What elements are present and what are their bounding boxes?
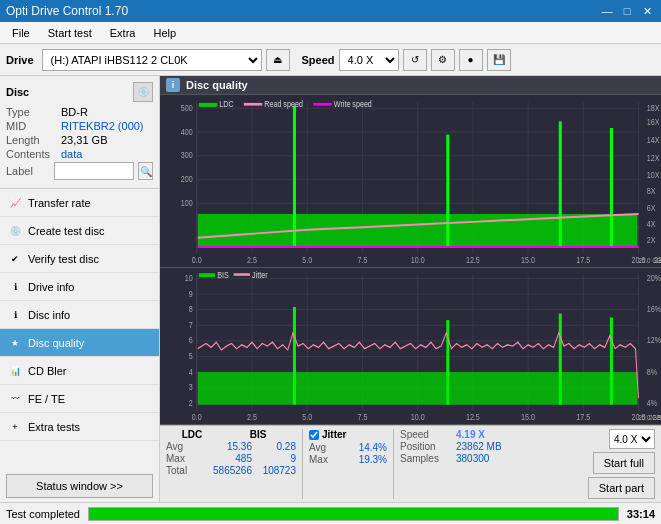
ldc-col-header: LDC (166, 429, 218, 440)
speed-select[interactable]: 4.0 X 2.0 X 8.0 X (339, 49, 399, 71)
samples-row: Samples 380300 (400, 453, 502, 464)
fe-te-label: FE / TE (28, 393, 65, 405)
svg-text:9: 9 (189, 289, 193, 299)
svg-text:10.0: 10.0 (411, 412, 425, 422)
extra-tests-icon: + (8, 420, 22, 434)
svg-rect-86 (198, 372, 638, 405)
sidebar-item-extra-tests[interactable]: + Extra tests (0, 413, 159, 441)
jitter-max-row: Max 19.3% (309, 454, 387, 465)
menu-help[interactable]: Help (145, 25, 184, 41)
svg-text:4: 4 (189, 367, 193, 377)
svg-text:3: 3 (189, 382, 193, 392)
sidebar-item-disc-info[interactable]: ℹ Disc info (0, 301, 159, 329)
sidebar-item-drive-info[interactable]: ℹ Drive info (0, 273, 159, 301)
disc-panel-title: Disc (6, 86, 29, 98)
label-search-button[interactable]: 🔍 (138, 162, 153, 180)
svg-text:2: 2 (189, 398, 193, 408)
refresh-button[interactable]: ↺ (403, 49, 427, 71)
status-window-container: Status window >> (6, 474, 153, 498)
verify-test-icon: ✔ (8, 252, 22, 266)
start-speed-select[interactable]: 4.0 X 2.0 X 8.0 X (609, 429, 655, 449)
contents-value: data (61, 148, 82, 160)
record-button[interactable]: ● (459, 49, 483, 71)
contents-label: Contents (6, 148, 61, 160)
svg-text:6: 6 (189, 336, 193, 346)
minimize-button[interactable]: — (599, 3, 615, 19)
svg-text:17.5: 17.5 (576, 412, 590, 422)
svg-text:7.5: 7.5 (357, 412, 367, 422)
svg-text:8: 8 (189, 304, 193, 314)
max-label: Max (166, 453, 196, 464)
sidebar-item-verify-test-disc[interactable]: ✔ Verify test disc (0, 245, 159, 273)
svg-text:7.5: 7.5 (357, 255, 367, 265)
svg-text:LDC: LDC (219, 99, 233, 109)
disc-label-input[interactable] (54, 162, 134, 180)
avg-row: Avg 15.36 0.28 (166, 441, 296, 452)
close-button[interactable]: ✕ (639, 3, 655, 19)
sidebar-item-fe-te[interactable]: 〰 FE / TE (0, 385, 159, 413)
total-ldc: 5865266 (200, 465, 252, 476)
eject-button[interactable]: ⏏ (266, 49, 290, 71)
chart-header: i Disc quality (160, 76, 661, 95)
svg-text:4X: 4X (647, 219, 656, 229)
svg-rect-101 (199, 273, 215, 277)
settings-button[interactable]: ⚙ (431, 49, 455, 71)
jitter-checkbox[interactable] (309, 430, 319, 440)
disc-info-icon: ℹ (8, 308, 22, 322)
svg-rect-43 (293, 106, 296, 247)
maximize-button[interactable]: □ (619, 3, 635, 19)
svg-text:10: 10 (185, 273, 193, 283)
svg-rect-45 (559, 121, 562, 247)
ldc-bis-stats: LDC BIS Avg 15.36 0.28 Max 485 9 Total 5… (166, 429, 296, 476)
svg-text:18X: 18X (647, 103, 660, 113)
time-display: 33:14 (627, 508, 655, 520)
svg-rect-89 (559, 313, 562, 404)
svg-text:5.0: 5.0 (302, 255, 312, 265)
sidebar-item-transfer-rate[interactable]: 📈 Transfer rate (0, 189, 159, 217)
position-stats: Speed 4.19 X Position 23862 MB Samples 3… (400, 429, 502, 464)
svg-text:100: 100 (181, 198, 193, 208)
sidebar-item-create-test-disc[interactable]: 💿 Create test disc (0, 217, 159, 245)
start-full-button[interactable]: Start full (593, 452, 655, 474)
svg-text:400: 400 (181, 127, 193, 137)
status-window-button[interactable]: Status window >> (6, 474, 153, 498)
create-test-icon: 💿 (8, 224, 22, 238)
menu-extra[interactable]: Extra (102, 25, 144, 41)
stats-bar: LDC BIS Avg 15.36 0.28 Max 485 9 Total 5… (160, 425, 661, 502)
type-value: BD-R (61, 106, 88, 118)
svg-text:14X: 14X (647, 135, 660, 145)
drive-select[interactable]: (H:) ATAPI iHBS112 2 CL0K (42, 49, 262, 71)
action-area: 4.0 X 2.0 X 8.0 X Start full Start part (588, 429, 655, 499)
drive-toolbar: Drive (H:) ATAPI iHBS112 2 CL0K ⏏ Speed … (0, 44, 661, 76)
mid-label: MID (6, 120, 61, 132)
disc-quality-icon: ★ (8, 336, 22, 350)
drive-info-label: Drive info (28, 281, 74, 293)
start-part-button[interactable]: Start part (588, 477, 655, 499)
sidebar-item-cd-bler[interactable]: 📊 CD Bler (0, 357, 159, 385)
speed-label: Speed (400, 429, 452, 440)
total-bis: 108723 (256, 465, 296, 476)
type-label: Type (6, 106, 61, 118)
menu-file[interactable]: File (4, 25, 38, 41)
svg-rect-51 (313, 103, 331, 106)
svg-text:5.0: 5.0 (302, 412, 312, 422)
jitter-avg-row: Avg 14.4% (309, 442, 387, 453)
total-row: Total 5865266 108723 (166, 465, 296, 476)
svg-text:2X: 2X (647, 235, 656, 245)
menu-start-test[interactable]: Start test (40, 25, 100, 41)
svg-text:200: 200 (181, 174, 193, 184)
sidebar-item-disc-quality[interactable]: ★ Disc quality (0, 329, 159, 357)
svg-text:12%: 12% (647, 336, 661, 346)
svg-text:5: 5 (189, 351, 193, 361)
speed-label: Speed (302, 54, 335, 66)
window-controls: — □ ✕ (599, 3, 655, 19)
mid-value: RITEKBR2 (000) (61, 120, 144, 132)
disc-label-label: Label (6, 165, 50, 177)
save-button[interactable]: 💾 (487, 49, 511, 71)
jitter-avg: 14.4% (343, 442, 387, 453)
disc-icon-button[interactable]: 💿 (133, 82, 153, 102)
svg-text:4%: 4% (647, 398, 657, 408)
svg-rect-44 (446, 135, 449, 247)
drive-label: Drive (6, 54, 34, 66)
svg-text:7: 7 (189, 320, 193, 330)
